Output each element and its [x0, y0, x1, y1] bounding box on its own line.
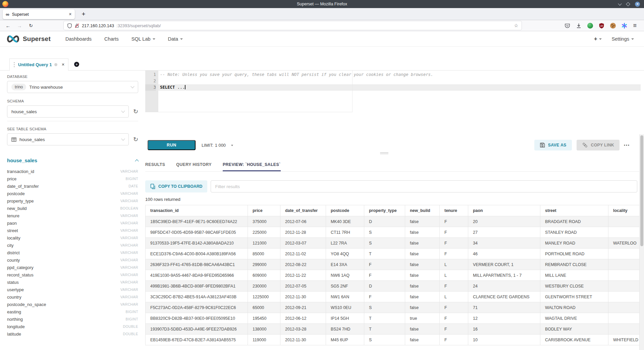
filter-results-input[interactable]	[211, 180, 637, 192]
nav-item-charts[interactable]: Charts	[104, 36, 119, 42]
cookie-icon[interactable]	[610, 23, 616, 29]
close-window-icon[interactable]: ✕	[635, 2, 640, 7]
minimize-icon[interactable]	[618, 2, 622, 5]
column-list-item: priceBIGINT	[7, 175, 138, 182]
settings-label: Settings	[612, 36, 629, 42]
schema-select[interactable]: house_sales	[7, 105, 129, 118]
column-header-new_build[interactable]: new_build	[405, 205, 440, 216]
column-list-item: ppd_categoryVARCHAR	[7, 264, 138, 271]
table-cell: GLENTWORTH STREET	[540, 292, 608, 302]
url-bar[interactable]: 217.160.120.143:32393/superset/sqllab/ ☆	[64, 21, 522, 30]
nav-item-data[interactable]: Data	[168, 36, 183, 42]
new-tab-button[interactable]: +	[79, 10, 88, 18]
table-cell: false	[405, 335, 440, 345]
column-header-date_of_transfer[interactable]: date_of_transfer	[280, 205, 326, 216]
extension-burst-icon[interactable]	[622, 23, 627, 29]
reload-icon[interactable]: ↻	[27, 20, 35, 31]
column-name: street	[7, 228, 18, 233]
database-select[interactable]: trino Trino warehouse	[7, 81, 138, 93]
save-as-button[interactable]: SAVE AS	[534, 140, 572, 150]
column-name: latitude	[7, 332, 21, 337]
sql-editor[interactable]: 123 -- Note: Unless you save your query,…	[145, 71, 641, 112]
add-new-button[interactable]: +	[594, 36, 602, 42]
ublock-icon[interactable]: uO	[599, 23, 604, 29]
table-cell: F	[440, 238, 468, 249]
table-cell: 24	[468, 281, 540, 292]
column-header-paon[interactable]: paon	[468, 205, 540, 216]
column-name: paon	[7, 221, 17, 226]
window-titlebar: Superset — Mozilla Firefox ✕	[0, 0, 644, 8]
column-type: VARCHAR	[120, 228, 138, 232]
vertical-scrollbar[interactable]	[639, 134, 644, 350]
copy-link-button[interactable]: COPY LINK	[577, 140, 620, 150]
table-cell: L	[440, 259, 468, 270]
settings-menu[interactable]: Settings	[612, 36, 634, 42]
column-header-price[interactable]: price	[248, 205, 280, 216]
table-row: BB8320C9-D82B-4B37-90E0-9FEE05095E101954…	[146, 313, 640, 324]
column-header-street[interactable]: street	[540, 205, 608, 216]
extension-green-icon[interactable]	[587, 23, 593, 29]
table-cell: WALTON ROAD	[540, 302, 608, 313]
table-row: 499B1981-3B6B-4BCD-808F-9FED9802BFA12300…	[146, 281, 640, 292]
column-header-property_type[interactable]: property_type	[364, 205, 405, 216]
column-header-tenure[interactable]: tenure	[440, 205, 468, 216]
query-tab[interactable]: Untitled Query 1 ✕	[9, 58, 68, 71]
column-name: price	[7, 176, 16, 181]
url-path: :32393/superset/sqllab/	[116, 23, 161, 28]
add-query-tab-button[interactable]: +	[74, 62, 79, 67]
nav-item-dashboards[interactable]: Dashboards	[65, 36, 92, 42]
column-type: VARCHAR	[120, 221, 138, 225]
column-type: VARCHAR	[120, 273, 138, 277]
limit-dropdown[interactable]: LIMIT: 1 000	[202, 143, 233, 148]
column-type: BIGINT	[126, 177, 138, 181]
more-options-icon[interactable]: ⋯	[624, 141, 630, 149]
query-tab-close-icon[interactable]: ✕	[61, 62, 64, 67]
refresh-table-icon[interactable]: ↻	[133, 136, 138, 142]
table-cell: S	[364, 335, 405, 345]
download-icon[interactable]	[576, 23, 582, 29]
column-header-transaction_id[interactable]: transaction_id	[146, 205, 248, 216]
table-cell	[608, 227, 640, 238]
table-cell: 195450	[248, 313, 280, 324]
browser-tab[interactable]: ∞ Superset ✕	[3, 9, 75, 19]
table-cell: BRADGATE ROAD	[540, 216, 608, 227]
nav-item-sql-lab[interactable]: SQL Lab	[131, 36, 155, 42]
tab-close-icon[interactable]: ✕	[69, 12, 72, 16]
table-cell: 119000	[248, 335, 280, 345]
table-cell: false	[405, 259, 440, 270]
maximize-icon[interactable]	[626, 2, 630, 6]
results-tab-results[interactable]: RESULTS	[145, 157, 165, 171]
column-header-postcode[interactable]: postcode	[326, 205, 364, 216]
results-tab-query-history[interactable]: QUERY HISTORY	[176, 157, 212, 171]
editor-code[interactable]: -- Note: Unless you save your query, the…	[158, 71, 641, 112]
column-type: DOUBLE	[123, 332, 138, 336]
run-button[interactable]: RUN	[148, 140, 196, 150]
scrollbar-thumb[interactable]	[640, 135, 643, 246]
table-cell: F	[440, 216, 468, 227]
gutter-line-number: 1	[145, 72, 156, 78]
results-tab-preview-house_sales[interactable]: PREVIEW: `HOUSE_SALES`	[223, 157, 281, 171]
insecure-lock-icon[interactable]	[74, 23, 79, 28]
text-cursor	[185, 85, 185, 89]
hamburger-menu-icon[interactable]: ≡	[633, 22, 637, 29]
copy-to-clipboard-button[interactable]: COPY TO CLIPBOARD	[145, 180, 207, 192]
column-type: BIGINT	[126, 310, 138, 314]
table-cell: false	[405, 238, 440, 249]
shield-icon[interactable]	[67, 23, 72, 28]
column-header-locality[interactable]: locality	[608, 205, 640, 216]
column-name: ppd_category	[7, 265, 34, 270]
editor-bottom-border	[145, 112, 353, 112]
table-cell: false	[405, 324, 440, 335]
bookmark-star-icon[interactable]: ☆	[514, 23, 518, 28]
table-schema-select[interactable]: house_sales	[7, 133, 129, 145]
drag-handle-icon[interactable]	[14, 64, 15, 65]
pane-splitter-handle[interactable]	[380, 152, 388, 155]
sql-comment: -- Note: Unless you save your query, the…	[160, 72, 433, 77]
table-cell: CLARENCE GATE GARDENS	[468, 292, 540, 302]
pocket-icon[interactable]	[565, 23, 570, 29]
refresh-schema-icon[interactable]: ↻	[133, 108, 138, 115]
collapse-chevron-icon[interactable]	[135, 159, 139, 163]
nav-item-label: Data	[168, 36, 178, 42]
table-cell: F	[440, 302, 468, 313]
back-icon[interactable]: ←	[4, 20, 12, 31]
